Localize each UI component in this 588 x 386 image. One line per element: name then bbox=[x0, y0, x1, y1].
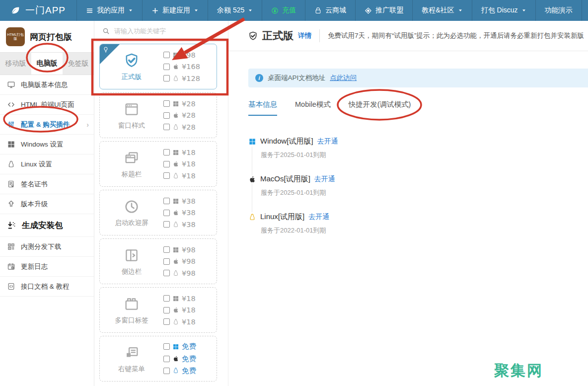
price-checkbox[interactable] bbox=[163, 172, 170, 179]
nav-item-4[interactable]: 充值 bbox=[262, 0, 305, 21]
sidebar-item-10[interactable]: 更新日志 bbox=[0, 257, 94, 277]
yen-circle-icon bbox=[271, 7, 279, 14]
sidebar-tab-2[interactable]: 电脑版 bbox=[31, 53, 63, 75]
price-checkbox[interactable] bbox=[163, 221, 170, 228]
nav-item-3[interactable]: 余额 525 bbox=[208, 0, 262, 21]
shield-check-icon bbox=[123, 52, 140, 69]
plugin-card-info: 侧边栏 bbox=[100, 239, 163, 284]
price-checkbox[interactable] bbox=[163, 318, 170, 325]
os-name: Linux[试用版] bbox=[260, 212, 304, 222]
main-tab-2[interactable]: Mobile模式 bbox=[295, 100, 331, 116]
plugin-cards: 正式版¥98¥168¥128窗口样式¥28¥28¥28标题栏¥18¥18¥18启… bbox=[94, 42, 228, 385]
main-tab-1[interactable]: 基本信息 bbox=[248, 100, 277, 116]
linux-icon bbox=[248, 213, 256, 221]
sidebar-item-2[interactable]: HTML 前端UI页面 bbox=[0, 95, 94, 115]
main-tab-3[interactable]: 快捷开发(调试模式) bbox=[349, 100, 411, 116]
plugin-card-info: 右键菜单 bbox=[100, 336, 163, 381]
activate-link[interactable]: 去开通 bbox=[317, 137, 338, 146]
price-checkbox[interactable] bbox=[163, 100, 170, 107]
activate-link[interactable]: 去开通 bbox=[308, 213, 329, 222]
caret-down-icon bbox=[521, 8, 526, 13]
sidebar-panel-icon bbox=[123, 247, 140, 264]
sidebar-tab-3[interactable]: 免签版 bbox=[63, 53, 94, 75]
price-checkbox[interactable] bbox=[163, 161, 170, 167]
windows-icon bbox=[172, 100, 179, 107]
plugin-card-title: 标题栏 bbox=[122, 170, 142, 179]
nav-item-2[interactable]: 新建应用 bbox=[142, 0, 208, 21]
api-doc-link[interactable]: 点此访问 bbox=[330, 74, 357, 82]
plugin-panel: 正式版¥98¥168¥128窗口样式¥28¥28¥28标题栏¥18¥18¥18启… bbox=[94, 21, 228, 386]
price-value: ¥28 bbox=[182, 100, 196, 108]
price-checkbox[interactable] bbox=[163, 112, 170, 119]
price-checkbox[interactable] bbox=[163, 258, 170, 265]
plugin-card-prices: ¥38¥38¥38 bbox=[163, 190, 217, 235]
sidebar-item-7[interactable]: 版本升级 bbox=[0, 194, 94, 214]
sidebar-item-4[interactable]: Windows 设置 bbox=[0, 135, 94, 154]
price-checkbox[interactable] bbox=[163, 210, 170, 216]
price-checkbox[interactable] bbox=[163, 198, 170, 204]
sidebar-item-11[interactable]: 接口文档 & 教程 bbox=[0, 277, 94, 297]
search-icon bbox=[102, 27, 110, 35]
price-checkbox[interactable] bbox=[163, 343, 170, 350]
sidebar-menu: 电脑版基本信息HTML 前端UI页面配置 & 购买插件›Windows 设置Li… bbox=[0, 75, 94, 297]
nav-item-5[interactable]: 云商城 bbox=[305, 0, 355, 21]
sidebar-item-label: 电脑版基本信息 bbox=[21, 80, 68, 89]
linux-icon bbox=[172, 270, 179, 277]
linux-icon bbox=[172, 318, 179, 325]
brand[interactable]: 一门APP bbox=[0, 0, 76, 21]
sidebar: HTML打包版 网页打包版 移动版电脑版免签版 电脑版基本信息HTML 前端UI… bbox=[0, 21, 94, 386]
windows-icon bbox=[172, 246, 179, 253]
price-checkbox[interactable] bbox=[163, 75, 170, 81]
code-icon bbox=[7, 100, 15, 109]
windows-icon bbox=[172, 52, 179, 59]
price-value: ¥18 bbox=[182, 306, 196, 314]
nav-item-6[interactable]: 推广联盟 bbox=[355, 0, 412, 21]
price-checkbox[interactable] bbox=[163, 246, 170, 253]
main-header: 正式版 详情 免费试用7天，期间有“试用版”提示；此为必选功能，开通后请务必重新… bbox=[228, 21, 588, 51]
tabs-window-icon bbox=[123, 296, 140, 312]
leaf-icon bbox=[10, 5, 21, 16]
nav-item-label: 余额 525 bbox=[217, 6, 244, 15]
price-value: ¥38 bbox=[182, 209, 196, 217]
windows-icon bbox=[172, 295, 179, 302]
main-tabs: 基本信息Mobile模式快捷开发(调试模式) bbox=[248, 100, 588, 116]
sidebar-item-label: 生成安装包 bbox=[22, 220, 63, 231]
price-value: 免费 bbox=[182, 342, 196, 351]
price-row-mac: ¥168 bbox=[163, 63, 215, 71]
price-checkbox[interactable] bbox=[163, 124, 170, 130]
price-checkbox[interactable] bbox=[163, 307, 170, 313]
nav-item-label: 功能演示 bbox=[545, 6, 573, 15]
price-checkbox[interactable] bbox=[163, 52, 170, 58]
api-info-bar: i 桌面端API文档地址 点此访问 bbox=[248, 69, 588, 87]
plugin-card-info: 多窗口标签 bbox=[100, 288, 163, 332]
activate-link[interactable]: 去开通 bbox=[314, 175, 335, 184]
os-list: Window[试用版]去开通服务于2025-01-01到期MacOs[试用版]去… bbox=[248, 137, 588, 235]
search-input[interactable] bbox=[114, 27, 220, 35]
sidebar-item-3[interactable]: 配置 & 购买插件› bbox=[0, 115, 94, 135]
featured-ribbon bbox=[100, 44, 120, 64]
nav-item-1[interactable]: 我的应用 bbox=[76, 0, 142, 21]
os-expiry: 服务于2025-01-01到期 bbox=[261, 188, 588, 197]
sidebar-tab-1[interactable]: 移动版 bbox=[0, 53, 31, 75]
sidebar-item-8[interactable]: 生成安装包 bbox=[0, 214, 94, 237]
price-checkbox[interactable] bbox=[163, 356, 170, 362]
nav-item-7[interactable]: 教程&社区 bbox=[412, 0, 471, 21]
nav-item-9[interactable]: 功能演示 bbox=[535, 0, 582, 21]
price-checkbox[interactable] bbox=[163, 270, 170, 276]
sidebar-item-9[interactable]: 内测分发下载 bbox=[0, 237, 94, 257]
sidebar-header: HTML打包版 网页打包版 bbox=[0, 21, 94, 52]
sidebar-item-1[interactable]: 电脑版基本信息 bbox=[0, 75, 94, 95]
nav-item-label: 新建应用 bbox=[162, 6, 190, 15]
price-row-linux: ¥128 bbox=[163, 75, 215, 82]
sidebar-item-5[interactable]: Linux 设置 bbox=[0, 154, 94, 174]
price-checkbox[interactable] bbox=[163, 64, 170, 70]
price-checkbox[interactable] bbox=[163, 149, 170, 155]
sidebar-item-6[interactable]: 签名证书 bbox=[0, 174, 94, 194]
price-value: ¥18 bbox=[182, 295, 196, 303]
apple-icon bbox=[172, 355, 179, 362]
sidebar-item-label: 签名证书 bbox=[21, 180, 48, 189]
nav-item-8[interactable]: 打包 Discuz bbox=[472, 0, 535, 21]
price-checkbox[interactable] bbox=[163, 368, 170, 374]
detail-link[interactable]: 详情 bbox=[298, 31, 311, 40]
price-checkbox[interactable] bbox=[163, 295, 170, 302]
